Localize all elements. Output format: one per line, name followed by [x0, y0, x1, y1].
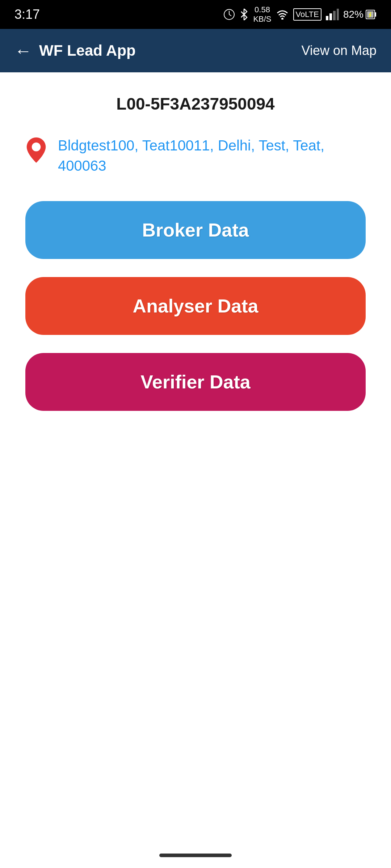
svg-rect-7 — [337, 9, 339, 20]
bottom-nav-indicator — [159, 854, 232, 857]
location-pin-icon — [25, 137, 47, 163]
broker-data-button[interactable]: Broker Data — [25, 201, 366, 259]
verifier-data-label: Verifier Data — [140, 371, 251, 393]
svg-rect-9 — [375, 12, 376, 17]
battery-indicator: 82% — [343, 9, 377, 20]
svg-rect-4 — [326, 16, 328, 20]
lte-indicator: VoLTE — [293, 8, 321, 21]
status-time: 3:17 — [14, 7, 40, 22]
verifier-data-button[interactable]: Verifier Data — [25, 353, 366, 411]
status-icons: 0.58KB/S VoLTE 82% — [223, 5, 377, 24]
svg-line-2 — [229, 14, 231, 16]
status-bar: 3:17 0.58KB/S VoLTE — [0, 0, 391, 29]
main-content: L00-5F3A237950094 Bldgtest100, Teat10011… — [0, 72, 391, 451]
app-title: WF Lead App — [39, 42, 136, 59]
lead-id: L00-5F3A237950094 — [116, 94, 274, 114]
address-section: Bldgtest100, Teat10011, Delhi, Test, Tea… — [18, 135, 373, 176]
analyser-data-label: Analyser Data — [133, 295, 258, 317]
svg-rect-6 — [333, 11, 336, 20]
back-button[interactable]: ← — [14, 41, 32, 61]
app-bar-left: ← WF Lead App — [14, 41, 136, 61]
view-on-map-button[interactable]: View on Map — [302, 43, 377, 58]
broker-data-label: Broker Data — [142, 219, 249, 241]
speed-indicator: 0.58KB/S — [253, 5, 271, 24]
svg-point-14 — [32, 142, 41, 152]
svg-rect-5 — [329, 13, 332, 20]
analyser-data-button[interactable]: Analyser Data — [25, 277, 366, 335]
app-bar: ← WF Lead App View on Map — [0, 29, 391, 72]
svg-point-3 — [281, 18, 283, 20]
address-text: Bldgtest100, Teat10011, Delhi, Test, Tea… — [58, 135, 366, 176]
